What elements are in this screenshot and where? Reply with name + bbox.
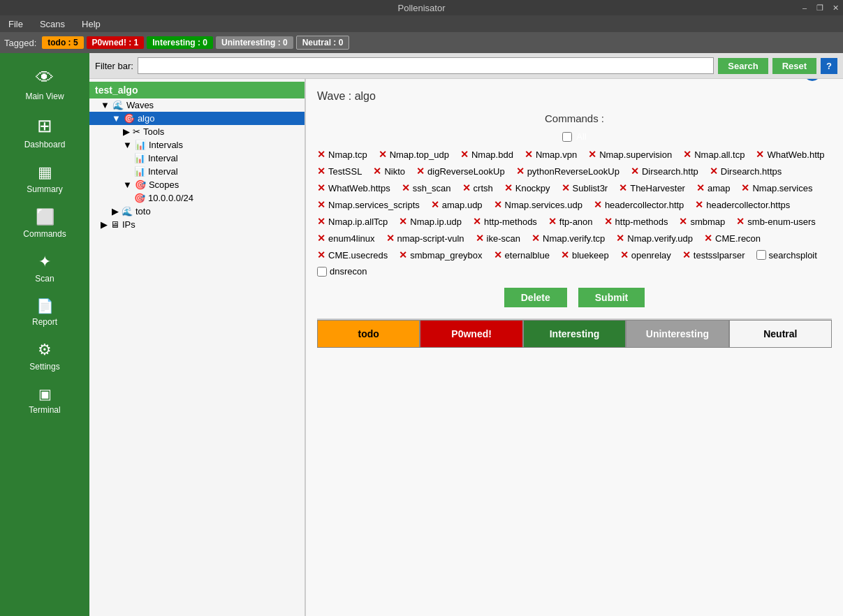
check-headercollector-https[interactable]: ✕ xyxy=(695,199,703,210)
check-nmap-bdd[interactable]: ✕ xyxy=(460,149,469,160)
cmd-bluekeep: ✕bluekeep xyxy=(561,249,609,261)
check-sublist3r[interactable]: ✕ xyxy=(562,182,570,193)
check-dnsrecon[interactable] xyxy=(317,267,327,277)
tree-node-toto[interactable]: ▶ 🌊 toto xyxy=(89,205,305,218)
tree-node-intervals[interactable]: ▼ 📊 Intervals xyxy=(89,138,305,152)
cmd-nikto: ✕Nikto xyxy=(373,166,405,177)
minimize-button[interactable]: – xyxy=(797,0,812,15)
tag-powned[interactable]: P0wned! : 1 xyxy=(87,36,145,49)
filter-input[interactable] xyxy=(138,57,714,74)
check-nmap-top-udp[interactable]: ✕ xyxy=(379,149,387,160)
tree-node-interval-1[interactable]: 📊 Interval xyxy=(89,152,305,165)
check-nikto[interactable]: ✕ xyxy=(373,166,381,177)
tree-node-waves[interactable]: ▼ 🌊 Waves xyxy=(89,98,305,112)
sidebar-item-settings[interactable]: ⚙ Settings xyxy=(0,334,89,379)
check-http-methods-2[interactable]: ✕ xyxy=(604,216,613,227)
tag-interesting[interactable]: Interesting : 0 xyxy=(147,36,213,49)
tag-neutral[interactable]: Neutral : 0 xyxy=(296,36,350,50)
help-button[interactable]: ? xyxy=(821,58,837,74)
check-whatweb-http[interactable]: ✕ xyxy=(756,149,764,160)
status-neutral-button[interactable]: Neutral xyxy=(729,320,832,348)
tag-uninteresting[interactable]: Uninteresting : 0 xyxy=(216,36,293,49)
check-knockpy[interactable]: ✕ xyxy=(504,182,513,193)
check-digreverselookup[interactable]: ✕ xyxy=(416,166,425,177)
check-pythonreverselookup[interactable]: ✕ xyxy=(516,166,525,177)
sidebar-item-terminal[interactable]: ▣ Terminal xyxy=(0,379,89,422)
status-powned-button[interactable]: P0wned! xyxy=(420,320,522,348)
tree-label-toto: toto xyxy=(135,206,151,217)
maximize-button[interactable]: ❐ xyxy=(812,0,828,15)
check-headercollector-http[interactable]: ✕ xyxy=(594,199,602,210)
tree-node-tools[interactable]: ▶ ✂ Tools xyxy=(89,125,305,138)
check-nmap-ip-udp[interactable]: ✕ xyxy=(399,216,407,227)
check-nmap-ip-alltcp[interactable]: ✕ xyxy=(317,216,325,227)
sidebar-item-scan[interactable]: ✦ Scan xyxy=(0,246,89,291)
check-testssl[interactable]: ✕ xyxy=(317,166,325,177)
check-nmap-vpn[interactable]: ✕ xyxy=(525,149,533,160)
check-theharvester[interactable]: ✕ xyxy=(619,182,627,193)
status-uninteresting-button[interactable]: Uninteresting xyxy=(626,320,728,348)
check-ike-scan[interactable]: ✕ xyxy=(476,233,484,244)
check-amap-udp[interactable]: ✕ xyxy=(431,199,439,210)
check-http-methods-1[interactable]: ✕ xyxy=(473,216,481,227)
check-cme-usecreds[interactable]: ✕ xyxy=(317,249,325,261)
status-interesting-button[interactable]: Interesting xyxy=(523,320,626,348)
all-checkbox[interactable] xyxy=(562,132,572,142)
check-smbmap[interactable]: ✕ xyxy=(679,216,687,227)
search-button[interactable]: Search xyxy=(718,58,768,74)
check-amap[interactable]: ✕ xyxy=(696,182,705,193)
sidebar-item-main-view[interactable]: 👁 Main View xyxy=(0,60,89,108)
check-smbmap-greybox[interactable]: ✕ xyxy=(399,249,407,261)
check-bluekeep[interactable]: ✕ xyxy=(561,249,569,261)
sidebar-item-dashboard[interactable]: ⊞ Dashboard xyxy=(0,108,89,156)
check-nmap-verify-udp[interactable]: ✕ xyxy=(616,233,624,244)
tree-node-interval-2[interactable]: 📊 Interval xyxy=(89,165,305,178)
check-nmap-tcp[interactable]: ✕ xyxy=(317,149,325,160)
check-openrelay[interactable]: ✕ xyxy=(620,249,629,261)
check-nmap-script-vuln[interactable]: ✕ xyxy=(386,233,395,244)
submit-button[interactable]: Submit xyxy=(578,288,645,307)
check-ftp-anon[interactable]: ✕ xyxy=(548,216,557,227)
check-dirsearch-http[interactable]: ✕ xyxy=(631,166,639,177)
settings-icon: ⚙ xyxy=(38,341,52,359)
sidebar-item-summary[interactable]: ▦ Summary xyxy=(0,156,89,201)
reset-button[interactable]: Reset xyxy=(772,58,816,74)
subnet-icon: 🎯 xyxy=(134,193,145,203)
check-eternalblue[interactable]: ✕ xyxy=(494,249,502,261)
check-ssh-scan[interactable]: ✕ xyxy=(402,182,410,193)
tag-todo[interactable]: todo : 5 xyxy=(42,36,83,49)
sidebar-item-commands[interactable]: ⬜ Commands xyxy=(0,201,89,246)
delete-button[interactable]: Delete xyxy=(504,288,567,307)
check-nmap-verify-tcp[interactable]: ✕ xyxy=(532,233,540,244)
check-crtsh[interactable]: ✕ xyxy=(462,182,471,193)
check-nmap-services-udp[interactable]: ✕ xyxy=(494,199,502,210)
check-whatweb-https[interactable]: ✕ xyxy=(317,182,325,193)
detail-panel: Wave : algo Commands : All ✕Nmap.tcp ✕Nm… xyxy=(306,79,843,616)
check-cme-recon[interactable]: ✕ xyxy=(704,233,712,244)
tree-node-scopes[interactable]: ▼ 🎯 Scopes xyxy=(89,178,305,191)
status-todo-button[interactable]: todo xyxy=(317,320,420,348)
tree-node-algo[interactable]: ▼ 🎯 algo xyxy=(89,112,305,125)
cmd-nmap-verify-udp: ✕Nmap.verify.udp xyxy=(616,233,693,244)
eye-icon: 👁 xyxy=(36,67,54,89)
cmd-nmap-ip-udp: ✕Nmap.ip.udp xyxy=(399,216,462,227)
check-enum4linux[interactable]: ✕ xyxy=(317,233,325,244)
check-nmap-services-scripts[interactable]: ✕ xyxy=(317,199,325,210)
check-dirsearch-https[interactable]: ✕ xyxy=(710,166,718,177)
tree-node-subnet[interactable]: 🎯 10.0.0.0/24 xyxy=(89,191,305,205)
check-nmap-supervision[interactable]: ✕ xyxy=(588,149,596,160)
sidebar-item-report[interactable]: 📄 Report xyxy=(0,291,89,334)
menu-help[interactable]: Help xyxy=(76,17,106,31)
close-button[interactable]: ✕ xyxy=(828,0,843,15)
check-searchsploit[interactable] xyxy=(756,250,766,260)
check-testsslparser[interactable]: ✕ xyxy=(682,249,691,261)
check-nmap-all-tcp[interactable]: ✕ xyxy=(683,149,691,160)
menu-file[interactable]: File xyxy=(3,17,29,31)
tree-root[interactable]: test_algo xyxy=(89,82,305,98)
help-circle-button[interactable]: ? xyxy=(804,79,821,81)
menu-scans[interactable]: Scans xyxy=(34,17,71,31)
check-smb-enum-users[interactable]: ✕ xyxy=(736,216,745,227)
all-label: All xyxy=(576,131,586,142)
check-nmap-services[interactable]: ✕ xyxy=(741,182,749,193)
tree-node-ips[interactable]: ▶ 🖥 IPs xyxy=(89,218,305,231)
